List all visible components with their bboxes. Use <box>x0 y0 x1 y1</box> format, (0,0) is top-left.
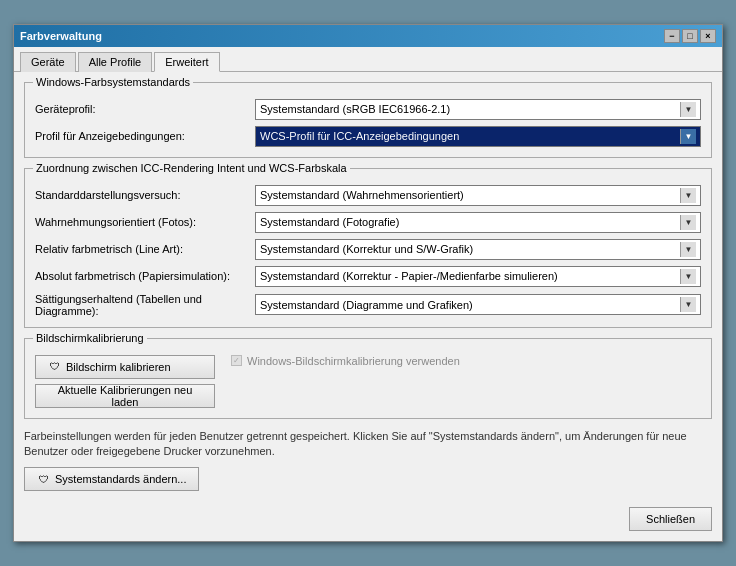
rendering-dropdown-2[interactable]: Systemstandard (Korrektur und S/W-Grafik… <box>255 239 701 260</box>
system-defaults-button[interactable]: 🛡 Systemstandards ändern... <box>24 467 199 491</box>
calibration-section: Bildschirmkalibrierung 🛡 Bildschirm kali… <box>24 338 712 419</box>
rendering-control-1: Systemstandard (Fotografie) ▼ <box>255 212 701 233</box>
rendering-value-4: Systemstandard (Diagramme und Grafiken) <box>260 299 680 311</box>
system-shield-icon: 🛡 <box>37 472 51 486</box>
main-window: Farbverwaltung − □ × Geräte Alle Profile… <box>13 24 723 543</box>
rendering-dropdown-0[interactable]: Systemstandard (Wahrnehmensorientiert) ▼ <box>255 185 701 206</box>
rendering-value-2: Systemstandard (Korrektur und S/W-Grafik… <box>260 243 680 255</box>
maximize-button[interactable]: □ <box>682 29 698 43</box>
rendering-row-0: Standarddarstellungsversuch: Systemstand… <box>35 185 701 206</box>
device-profile-dropdown[interactable]: Systemstandard (sRGB IEC61966-2.1) ▼ <box>255 99 701 120</box>
rendering-row-2: Relativ farbmetrisch (Line Art): Systems… <box>35 239 701 260</box>
calibrate-button-label: Bildschirm kalibrieren <box>66 361 171 373</box>
rendering-control-3: Systemstandard (Korrektur - Papier-/Medi… <box>255 266 701 287</box>
calibration-checkbox: ✓ <box>231 355 242 366</box>
windows-section: Windows-Farbsystemstandards Geräteprofil… <box>24 82 712 158</box>
display-profile-arrow: ▼ <box>680 129 696 144</box>
rendering-control-0: Systemstandard (Wahrnehmensorientiert) ▼ <box>255 185 701 206</box>
rendering-arrow-2: ▼ <box>680 242 696 257</box>
info-text: Farbeinstellungen werden für jeden Benut… <box>24 429 712 460</box>
rendering-arrow-1: ▼ <box>680 215 696 230</box>
rendering-dropdown-4[interactable]: Systemstandard (Diagramme und Grafiken) … <box>255 294 701 315</box>
device-profile-value: Systemstandard (sRGB IEC61966-2.1) <box>260 103 680 115</box>
checkbox-row: ✓ Windows-Bildschirmkalibrierung verwend… <box>231 355 460 367</box>
titlebar-buttons: − □ × <box>664 29 716 43</box>
rendering-value-3: Systemstandard (Korrektur - Papier-/Medi… <box>260 270 680 282</box>
rendering-section: Zuordnung zwischen ICC-Rendering Intent … <box>24 168 712 328</box>
rendering-dropdown-1[interactable]: Systemstandard (Fotografie) ▼ <box>255 212 701 233</box>
tab-alle-profile[interactable]: Alle Profile <box>78 52 153 72</box>
footer: Schließen <box>14 501 722 541</box>
rendering-label-3: Absolut farbmetrisch (Papiersimulation): <box>35 270 255 282</box>
window-title: Farbverwaltung <box>20 30 102 42</box>
calibration-buttons: 🛡 Bildschirm kalibrieren Aktuelle Kalibr… <box>35 355 215 408</box>
display-profile-label: Profil für Anzeigebedingungen: <box>35 130 255 142</box>
display-profile-value: WCS-Profil für ICC-Anzeigebedingungen <box>260 130 680 142</box>
rendering-rows: Standarddarstellungsversuch: Systemstand… <box>35 185 701 317</box>
tab-erweitert[interactable]: Erweitert <box>154 52 219 72</box>
close-button[interactable]: Schließen <box>629 507 712 531</box>
rendering-row-3: Absolut farbmetrisch (Papiersimulation):… <box>35 266 701 287</box>
device-profile-row: Geräteprofil: Systemstandard (sRGB IEC61… <box>35 99 701 120</box>
rendering-arrow-4: ▼ <box>680 297 696 312</box>
rendering-row-4: Sättigungserhaltend (Tabellen und Diagra… <box>35 293 701 317</box>
tab-geraete[interactable]: Geräte <box>20 52 76 72</box>
device-profile-control: Systemstandard (sRGB IEC61966-2.1) ▼ <box>255 99 701 120</box>
calibration-row: 🛡 Bildschirm kalibrieren Aktuelle Kalibr… <box>35 355 701 408</box>
rendering-dropdown-3[interactable]: Systemstandard (Korrektur - Papier-/Medi… <box>255 266 701 287</box>
close-window-button[interactable]: × <box>700 29 716 43</box>
reload-button-label: Aktuelle Kalibrierungen neu laden <box>48 384 202 408</box>
display-profile-control: WCS-Profil für ICC-Anzeigebedingungen ▼ <box>255 126 701 147</box>
checkbox-label: Windows-Bildschirmkalibrierung verwenden <box>247 355 460 367</box>
shield-icon: 🛡 <box>48 360 62 374</box>
rendering-control-2: Systemstandard (Korrektur und S/W-Grafik… <box>255 239 701 260</box>
rendering-control-4: Systemstandard (Diagramme und Grafiken) … <box>255 294 701 315</box>
calibration-section-title: Bildschirmkalibrierung <box>33 332 147 344</box>
rendering-label-4: Sättigungserhaltend (Tabellen und Diagra… <box>35 293 255 317</box>
minimize-button[interactable]: − <box>664 29 680 43</box>
rendering-value-1: Systemstandard (Fotografie) <box>260 216 680 228</box>
system-btn-label: Systemstandards ändern... <box>55 473 186 485</box>
calibrate-button[interactable]: 🛡 Bildschirm kalibrieren <box>35 355 215 379</box>
rendering-label-0: Standarddarstellungsversuch: <box>35 189 255 201</box>
reload-button[interactable]: Aktuelle Kalibrierungen neu laden <box>35 384 215 408</box>
display-profile-row: Profil für Anzeigebedingungen: WCS-Profi… <box>35 126 701 147</box>
rendering-value-0: Systemstandard (Wahrnehmensorientiert) <box>260 189 680 201</box>
device-profile-arrow: ▼ <box>680 102 696 117</box>
rendering-arrow-3: ▼ <box>680 269 696 284</box>
rendering-label-1: Wahrnehmungsorientiert (Fotos): <box>35 216 255 228</box>
rendering-section-title: Zuordnung zwischen ICC-Rendering Intent … <box>33 162 350 174</box>
display-profile-dropdown[interactable]: WCS-Profil für ICC-Anzeigebedingungen ▼ <box>255 126 701 147</box>
content-area: Windows-Farbsystemstandards Geräteprofil… <box>14 72 722 502</box>
device-profile-label: Geräteprofil: <box>35 103 255 115</box>
rendering-label-2: Relativ farbmetrisch (Line Art): <box>35 243 255 255</box>
tabs-bar: Geräte Alle Profile Erweitert <box>14 47 722 72</box>
rendering-row-1: Wahrnehmungsorientiert (Fotos): Systemst… <box>35 212 701 233</box>
rendering-arrow-0: ▼ <box>680 188 696 203</box>
titlebar: Farbverwaltung − □ × <box>14 25 722 47</box>
windows-section-title: Windows-Farbsystemstandards <box>33 76 193 88</box>
